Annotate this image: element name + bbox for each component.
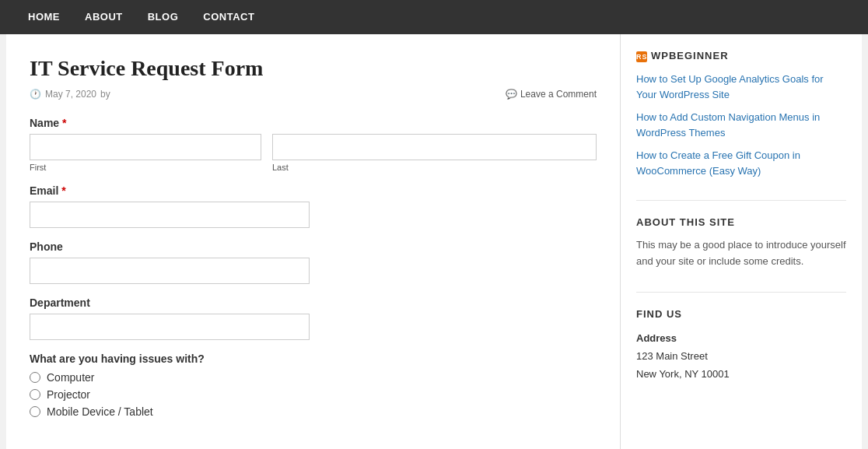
nav-about[interactable]: ABOUT xyxy=(72,0,135,34)
sidebar-link-1[interactable]: How to Add Custom Navigation Menus in Wo… xyxy=(636,110,846,140)
first-name-wrapper: First xyxy=(30,134,261,172)
post-meta: 🕐 May 7, 2020 by 💬 Leave a Comment xyxy=(30,89,597,100)
about-title: ABOUT THIS SITE xyxy=(636,216,846,228)
first-name-sublabel: First xyxy=(30,163,261,172)
radio-mobile: Mobile Device / Tablet xyxy=(30,405,597,418)
main-content: IT Service Request Form 🕐 May 7, 2020 by… xyxy=(6,34,621,449)
radio-computer-input[interactable] xyxy=(30,372,40,383)
email-input[interactable] xyxy=(30,202,310,228)
sidebar-link-0[interactable]: How to Set Up Google Analytics Goals for… xyxy=(636,72,846,102)
phone-section: Phone xyxy=(30,240,597,284)
radio-projector-input[interactable] xyxy=(30,389,40,400)
comment-icon: 💬 xyxy=(506,89,517,100)
find-us-title: FIND US xyxy=(636,308,846,320)
sidebar-divider-2 xyxy=(636,292,846,293)
name-required-star: * xyxy=(59,117,66,129)
leave-comment-link[interactable]: 💬 Leave a Comment xyxy=(506,89,597,100)
name-label: Name * xyxy=(30,117,597,129)
radio-mobile-input[interactable] xyxy=(30,406,40,417)
department-input[interactable] xyxy=(30,314,310,340)
email-required-star: * xyxy=(58,184,65,197)
address-label: Address xyxy=(636,329,846,347)
leave-comment-label: Leave a Comment xyxy=(520,89,597,100)
post-date: May 7, 2020 xyxy=(45,89,96,100)
service-request-form: Name * First Last Email * xyxy=(30,117,597,418)
address-line1: 123 Main Street xyxy=(636,347,846,365)
name-row: First Last xyxy=(30,134,597,172)
sidebar: RSSWPBEGINNER How to Set Up Google Analy… xyxy=(621,34,862,449)
radio-computer-label: Computer xyxy=(47,371,94,384)
email-section: Email * xyxy=(30,184,597,228)
about-text: This may be a good place to introduce yo… xyxy=(636,237,846,270)
department-section: Department xyxy=(30,296,597,340)
last-name-input[interactable] xyxy=(272,134,597,160)
clock-icon: 🕐 xyxy=(30,89,41,100)
navigation: HOME ABOUT BLOG CONTACT xyxy=(0,0,868,34)
last-name-sublabel: Last xyxy=(272,163,597,172)
about-widget: ABOUT THIS SITE This may be a good place… xyxy=(636,216,846,270)
page-wrapper: IT Service Request Form 🕐 May 7, 2020 by… xyxy=(6,34,862,449)
sidebar-divider-1 xyxy=(636,200,846,201)
wpbeginner-title: RSSWPBEGINNER xyxy=(636,50,846,62)
address-line2: New York, NY 10001 xyxy=(636,365,846,383)
rss-icon: RSS xyxy=(636,51,647,62)
nav-home[interactable]: HOME xyxy=(16,0,72,34)
find-us-widget: FIND US Address 123 Main Street New York… xyxy=(636,308,846,384)
last-name-wrapper: Last xyxy=(272,134,597,172)
first-name-input[interactable] xyxy=(30,134,261,160)
phone-input[interactable] xyxy=(30,258,310,284)
find-us-address: Address 123 Main Street New York, NY 100… xyxy=(636,329,846,384)
email-label: Email * xyxy=(30,184,597,197)
phone-label: Phone xyxy=(30,240,597,253)
wpbeginner-widget: RSSWPBEGINNER How to Set Up Google Analy… xyxy=(636,50,846,178)
department-label: Department xyxy=(30,296,597,309)
radio-projector-label: Projector xyxy=(47,388,90,401)
radio-projector: Projector xyxy=(30,388,597,401)
issue-section: What are you having issues with? Compute… xyxy=(30,353,597,418)
issue-question-label: What are you having issues with? xyxy=(30,353,597,365)
nav-contact[interactable]: CONTACT xyxy=(191,0,267,34)
page-title: IT Service Request Form xyxy=(30,56,597,81)
radio-computer: Computer xyxy=(30,371,597,384)
name-section: Name * First Last xyxy=(30,117,597,172)
sidebar-link-2[interactable]: How to Create a Free Gift Coupon in WooC… xyxy=(636,148,846,178)
nav-blog[interactable]: BLOG xyxy=(135,0,191,34)
radio-mobile-label: Mobile Device / Tablet xyxy=(47,405,153,418)
post-by: by xyxy=(100,89,110,100)
post-meta-left: 🕐 May 7, 2020 by xyxy=(30,89,110,100)
